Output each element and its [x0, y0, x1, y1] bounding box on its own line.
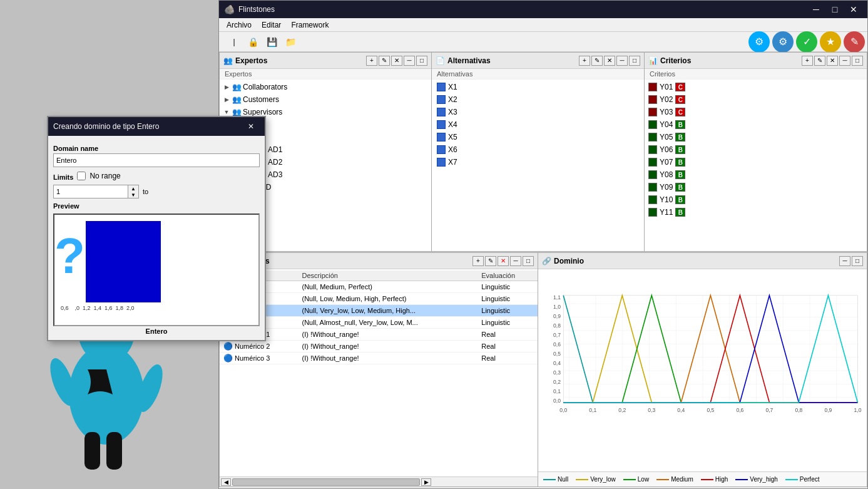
crit-y04[interactable]: Y04 B	[645, 118, 867, 131]
dom-del-btn[interactable]: ✕	[498, 256, 509, 266]
no-range-checkbox[interactable]	[77, 172, 86, 180]
menu-editar[interactable]: Editar	[257, 19, 286, 31]
crit-y07[interactable]: Y07 B	[645, 156, 867, 168]
crit-y02-label: Y02	[660, 95, 673, 104]
alt-add-btn[interactable]: +	[579, 56, 590, 66]
alt-x7-label: X7	[448, 158, 457, 167]
expertos-add-btn[interactable]: +	[366, 56, 377, 66]
crit-y08[interactable]: Y08 B	[645, 168, 867, 181]
crit-edit-btn[interactable]: ✎	[814, 56, 825, 66]
expertos-title: Expertos	[235, 56, 364, 65]
domchart-max-btn[interactable]: □	[852, 256, 863, 266]
dominio-icon: 🔗	[542, 257, 551, 265]
toolbar-confirm-btn[interactable]: ✓	[796, 31, 817, 53]
dom-scrollbar[interactable]: ◀ ▶	[220, 476, 538, 486]
crit-y10[interactable]: Y10 B	[645, 193, 867, 206]
expertos-max-btn[interactable]: □	[416, 56, 427, 66]
toolbar-save-btn[interactable]: 💾	[263, 34, 280, 50]
dom-row-3[interactable]: 🔴 9-labels (Null, Almost_null, Very_low,…	[220, 317, 538, 329]
crit-y03[interactable]: Y03 C	[645, 106, 867, 118]
alt-x7[interactable]: X7	[432, 156, 644, 168]
alt-edit-btn[interactable]: ✎	[591, 56, 603, 66]
alt-x2[interactable]: X2	[432, 93, 644, 106]
spinner-btns: ▲ ▼	[128, 185, 139, 198]
spinner-input[interactable]	[53, 185, 128, 198]
dom-cell-eval: Real	[477, 329, 538, 341]
crit-y06[interactable]: Y06 B	[645, 143, 867, 156]
alt-x4[interactable]: X4	[432, 118, 644, 131]
crit-y01[interactable]: Y01 C	[645, 81, 867, 93]
customers-toggle[interactable]: ▶	[222, 95, 231, 104]
spinner-group: ▲ ▼	[53, 185, 139, 198]
alt-x6[interactable]: X6	[432, 143, 644, 156]
toolbar-config2-btn[interactable]: ⚙	[772, 31, 794, 53]
crit-y03-tag: C	[675, 108, 685, 116]
svg-text:1,0: 1,0	[854, 407, 862, 413]
toolbar-right: ⚙ ⚙ ✓ ★ ✎	[748, 31, 865, 53]
alt-max-btn[interactable]: □	[629, 56, 640, 66]
scroll-right-btn[interactable]: ▶	[421, 478, 431, 486]
dom-min-btn[interactable]: ─	[510, 256, 521, 266]
toolbar-open-btn[interactable]: 📁	[282, 34, 299, 50]
dom-max-btn[interactable]: □	[523, 256, 534, 266]
maximize-button[interactable]: □	[826, 3, 844, 16]
crit-add-btn[interactable]: +	[802, 56, 813, 66]
alt-min-btn[interactable]: ─	[616, 56, 628, 66]
dom-cell-desc: (Null, Low, Medium, High, Perfect)	[298, 293, 477, 305]
spinner-down-btn[interactable]: ▼	[128, 192, 138, 198]
crit-y08-tag: B	[675, 170, 685, 179]
ad1-label: AD1	[268, 145, 282, 154]
expertos-edit-btn[interactable]: ✎	[379, 56, 390, 66]
tree-customers[interactable]: ▶ 👥 Customers	[220, 93, 431, 106]
expertos-del-btn[interactable]: ✕	[391, 56, 402, 66]
alt-x5[interactable]: X5	[432, 131, 644, 143]
crit-del-btn[interactable]: ✕	[827, 56, 838, 66]
collaborators-toggle[interactable]: ▶	[222, 83, 231, 91]
app-icon: 🪨	[224, 4, 235, 14]
toolbar-lock-btn[interactable]: 🔒	[244, 34, 262, 50]
crit-y07-label: Y07	[660, 158, 673, 167]
crit-min-btn[interactable]: ─	[839, 56, 850, 66]
menu-archivo[interactable]: Archivo	[222, 19, 257, 31]
toolbar-config1-btn[interactable]: ⚙	[748, 31, 770, 53]
dom-row-1[interactable]: 🔴 5-labels (Null, Low, Medium, High, Per…	[220, 293, 538, 305]
domchart-min-btn[interactable]: ─	[839, 256, 850, 266]
spinner-up-btn[interactable]: ▲	[128, 185, 138, 192]
dom-cell-name: 🔵 Numérico 3	[220, 353, 298, 364]
dom-row-2[interactable]: 🔴 7-labels (Null, Very_low, Low, Medium,…	[220, 305, 538, 317]
crit-y09[interactable]: Y09 B	[645, 181, 867, 193]
toolbar-edit-btn[interactable]: ✎	[844, 31, 865, 53]
alternativas-title: Alternativas	[447, 56, 576, 65]
alt-x3[interactable]: X3	[432, 106, 644, 118]
supervisors-toggle[interactable]: ▼	[222, 108, 231, 116]
crit-y05[interactable]: Y05 B	[645, 131, 867, 143]
crit-y11[interactable]: Y11 B	[645, 206, 867, 219]
dominios-header: 📋 Dominios + ✎ ✕ ─ □	[220, 253, 538, 269]
dom-edit-btn[interactable]: ✎	[485, 256, 496, 266]
crit-max-btn[interactable]: □	[852, 56, 863, 66]
crit-y06-colorbox	[648, 145, 657, 154]
bottom-row: 📋 Dominios + ✎ ✕ ─ □ Dominios Descripció…	[219, 252, 867, 487]
dom-row-6[interactable]: 🔵 Numérico 3 (I) !Without_range! Real	[220, 353, 538, 364]
toolbar-sep-btn[interactable]: |	[225, 34, 243, 50]
scroll-left-btn[interactable]: ◀	[221, 478, 231, 486]
tree-collaborators[interactable]: ▶ 👥 Collaborators	[220, 81, 431, 93]
crit-y07-tag: B	[675, 158, 685, 167]
domain-name-input[interactable]	[53, 153, 260, 167]
expertos-min-btn[interactable]: ─	[404, 56, 415, 66]
float-content: Domain name Limits No range ▲ ▼ to Previ…	[48, 136, 265, 340]
scroll-thumb[interactable]	[232, 478, 420, 486]
close-button[interactable]: ✕	[845, 3, 862, 16]
dom-add-btn[interactable]: +	[472, 256, 484, 266]
alt-del-btn[interactable]: ✕	[604, 56, 615, 66]
dom-row-4[interactable]: 🔵 Numérico 1 (I) !Without_range! Real	[220, 329, 538, 341]
minimize-button[interactable]: ─	[807, 3, 825, 16]
crit-y02[interactable]: Y02 C	[645, 93, 867, 106]
preview-box: ? 0,6 ,0 1,2 1,4 1,6 1,8 2,0	[53, 214, 260, 326]
alt-x1[interactable]: X1	[432, 81, 644, 93]
toolbar-star-btn[interactable]: ★	[820, 31, 841, 53]
dom-row-5[interactable]: 🔵 Numérico 2 (I) !Without_range! Real	[220, 341, 538, 353]
menu-framework[interactable]: Framework	[286, 19, 334, 31]
float-close-btn[interactable]: ✕	[242, 120, 260, 133]
dom-row-0[interactable]: 🔴 3-labels (Null, Medium, Perfect) Lingu…	[220, 281, 538, 293]
